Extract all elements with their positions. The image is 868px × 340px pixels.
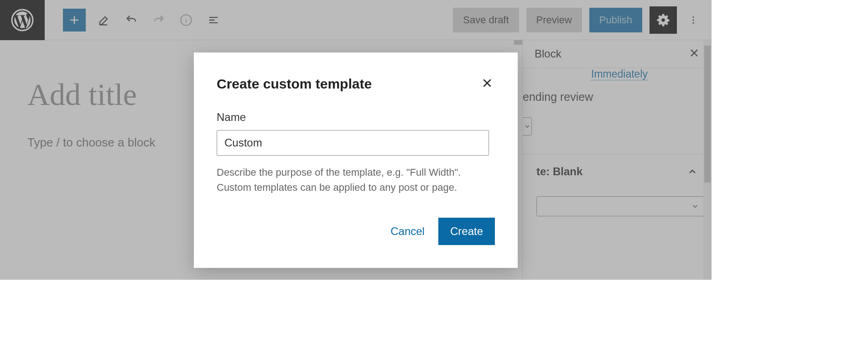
template-name-input[interactable] bbox=[217, 130, 489, 156]
modal-close-button[interactable] bbox=[479, 75, 495, 93]
close-icon bbox=[481, 77, 493, 89]
modal-header: Create custom template bbox=[217, 75, 495, 93]
cancel-button[interactable]: Cancel bbox=[390, 225, 425, 238]
create-button[interactable]: Create bbox=[438, 218, 495, 245]
modal-description: Describe the purpose of the template, e.… bbox=[217, 165, 495, 195]
create-template-modal: Create custom template Name Describe the… bbox=[194, 52, 518, 268]
modal-actions: Cancel Create bbox=[217, 218, 495, 245]
modal-title: Create custom template bbox=[217, 76, 372, 92]
name-label: Name bbox=[217, 111, 495, 124]
